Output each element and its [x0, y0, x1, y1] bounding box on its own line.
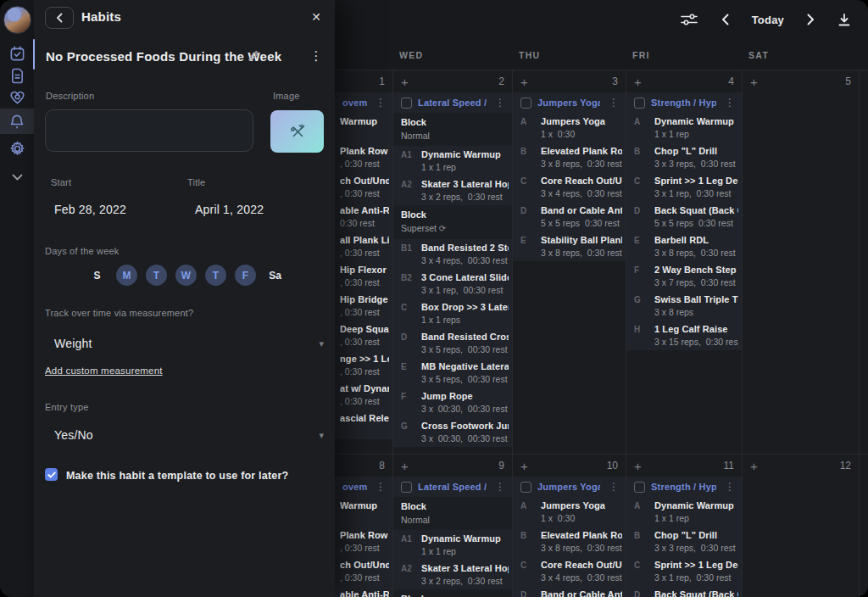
exercise-row[interactable]: DBand or Cable Anti Rotati...5 x 5 reps … — [513, 586, 626, 597]
exercise-row[interactable]: nge >> 1 Leg St..., 0:30 rest — [335, 350, 392, 380]
exercise-row[interactable]: A1Dynamic Warmup1 x 1 rep — [393, 530, 512, 560]
workout-menu-icon[interactable]: ⋮ — [373, 481, 388, 493]
end-date-value[interactable]: April 1, 2022 — [195, 203, 264, 216]
exercise-row[interactable]: A1Dynamic Warmup1 x 1 rep — [393, 146, 512, 176]
exercise-row[interactable]: ascial Release C... — [335, 410, 392, 439]
day-toggle-sa[interactable]: Sa — [264, 265, 286, 286]
exercise-row[interactable]: BElevated Plank Row3 x 8 reps, 0:30 rest — [513, 142, 626, 172]
calendar-check-icon[interactable] — [0, 42, 34, 64]
day-toggle-m[interactable]: M — [116, 265, 137, 286]
workout-checkbox[interactable] — [520, 482, 531, 493]
exercise-row[interactable]: BChop "L" Drill3 x 3 reps, 0:30 rest — [626, 527, 742, 556]
day-toggle-f[interactable]: F — [235, 265, 256, 286]
add-workout-button[interactable]: + — [750, 75, 758, 88]
exercise-row[interactable]: AJumpers Yoga1 x 0:30 — [513, 113, 626, 142]
exercise-row[interactable]: B23 Cone Lateral Slide3 x 1 rep, 00:30 r… — [393, 269, 512, 298]
workout-checkbox[interactable] — [401, 98, 412, 109]
habit-menu-icon[interactable]: ⋮ — [307, 47, 326, 64]
exercise-row[interactable]: CSprint >> 1 Leg Declarations3 x 1 rep, … — [626, 172, 742, 202]
exercise-row[interactable]: CBox Drop >> 3 Lateral H...1 x 1 reps — [393, 298, 512, 328]
exercise-row[interactable]: Warmup — [335, 113, 392, 142]
start-date-value[interactable]: Feb 28, 2022 — [54, 203, 126, 216]
exercise-row[interactable]: CCore Reach Out/Under3 x 4 reps, 0:30 re… — [513, 556, 626, 586]
template-checkbox[interactable] — [45, 468, 58, 481]
gear-icon[interactable] — [0, 137, 34, 159]
today-button[interactable]: Today — [752, 14, 784, 26]
add-workout-button[interactable]: + — [750, 460, 758, 472]
workout-checkbox[interactable] — [634, 98, 645, 109]
bell-icon[interactable] — [0, 109, 34, 134]
exercise-row[interactable]: EStability Ball Plank Linear ...3 x 8 re… — [513, 232, 626, 261]
heart-health-icon[interactable] — [0, 86, 34, 109]
add-workout-button[interactable]: + — [401, 75, 409, 88]
exercise-row[interactable]: A2Skater 3 Lateral Hops >> ...3 x 2 reps… — [393, 560, 512, 589]
exercise-row[interactable]: Plank Row, 0:30 rest — [335, 142, 392, 172]
day-toggle-t[interactable]: T — [146, 265, 167, 286]
download-icon[interactable] — [837, 13, 851, 27]
measurement-select[interactable]: Weight ▾ — [54, 337, 324, 350]
day-toggle-w[interactable]: W — [175, 265, 197, 286]
exercise-row[interactable]: A2Skater 3 Lateral Hops >> ...3 x 2 reps… — [393, 176, 512, 205]
exercise-row[interactable]: Hip Flexor Rais..., 0:30 rest — [335, 261, 392, 291]
workout-menu-icon[interactable]: ⋮ — [606, 481, 621, 493]
workout-title[interactable]: Lateral Speed / Plyo — [418, 98, 487, 108]
entry-type-select[interactable]: Yes/No ▾ — [54, 428, 324, 442]
prev-week-button[interactable] — [721, 14, 729, 25]
exercise-row[interactable]: Hip Bridge w/ ..., 0:30 rest — [335, 291, 392, 321]
add-workout-button[interactable]: + — [520, 460, 528, 472]
exercise-row[interactable]: Warmup — [335, 497, 392, 527]
workout-menu-icon[interactable]: ⋮ — [492, 481, 508, 493]
exercise-row[interactable]: GCross Footwork Jump Rope3 x 00:30, 00:3… — [393, 417, 512, 447]
exercise-row[interactable]: AJumpers Yoga1 x 0:30 — [513, 497, 626, 527]
exercise-row[interactable]: at w/ Dynamic P..., 0:30 rest — [335, 380, 392, 410]
workout-title[interactable]: Jumpers Yoga / Core — [537, 482, 600, 492]
next-week-button[interactable] — [807, 14, 815, 25]
exercise-row[interactable]: all Plank Linear ..., 0:30 rest — [335, 232, 392, 261]
workout-title[interactable]: Lateral Speed / Plyo — [418, 482, 487, 492]
exercise-row[interactable]: EMB Negative Lateral Hop...3 x 5 reps, 0… — [393, 358, 512, 388]
exercise-row[interactable]: ch Out/Under, 0:30 rest — [335, 556, 392, 586]
day-toggle-t[interactable]: T — [205, 265, 226, 286]
exercise-row[interactable]: DBack Squat (Back Off Set)5 x 5 reps 0:3… — [626, 586, 742, 597]
workout-title[interactable]: ovement Q... — [342, 98, 367, 108]
exercise-row[interactable]: BElevated Plank Row3 x 8 reps, 0:30 rest — [513, 527, 626, 556]
close-icon[interactable]: ✕ — [307, 8, 326, 26]
back-button[interactable] — [45, 7, 74, 29]
exercise-row[interactable]: able Anti-Rotati...0:30 rest — [335, 202, 392, 232]
workout-menu-icon[interactable]: ⋮ — [373, 97, 388, 109]
add-custom-measurement-link[interactable]: Add custom measurement — [45, 365, 163, 376]
workout-checkbox[interactable] — [520, 98, 531, 109]
exercise-row[interactable]: able Anti-Rotati...0:30 rest — [335, 586, 392, 597]
exercise-row[interactable]: GSwiss Ball Triple Threat3 x 8 reps — [626, 291, 742, 321]
add-workout-button[interactable]: + — [520, 75, 528, 88]
avatar[interactable] — [3, 6, 31, 34]
edit-pencil-icon[interactable] — [248, 49, 260, 65]
exercise-row[interactable]: Deep Squat Mo..., 0:30 rest — [335, 321, 392, 350]
description-input[interactable] — [45, 109, 253, 152]
exercise-row[interactable]: EBarbell RDL3 x 8 reps, 0:30 rest — [626, 232, 742, 261]
document-icon[interactable] — [0, 64, 34, 86]
exercise-row[interactable]: FJump Rope3 x 00:30, 00:30 rest — [393, 388, 512, 417]
chevron-down-icon[interactable] — [0, 166, 34, 188]
exercise-row[interactable]: ch Out/Under, 0:30 rest — [335, 172, 392, 202]
exercise-row[interactable]: BChop "L" Drill3 x 3 reps, 0:30 rest — [626, 142, 742, 172]
workout-menu-icon[interactable]: ⋮ — [492, 97, 508, 109]
workout-checkbox[interactable] — [634, 482, 645, 493]
workout-checkbox[interactable] — [401, 482, 412, 493]
exercise-row[interactable]: DBack Squat (Back Off Set)5 x 5 reps 0:3… — [626, 202, 742, 232]
exercise-row[interactable]: DBand Resisted Crossover...3 x 5 reps, 0… — [393, 328, 512, 358]
workout-menu-icon[interactable]: ⋮ — [606, 97, 621, 109]
add-workout-button[interactable]: + — [634, 460, 642, 472]
exercise-row[interactable]: CSprint >> 1 Leg Declarations3 x 1 rep, … — [626, 556, 742, 586]
workout-menu-icon[interactable]: ⋮ — [722, 481, 737, 493]
exercise-row[interactable]: B1Band Resisted 2 Step Late...3 x 4 reps… — [393, 239, 512, 269]
exercise-row[interactable]: F2 Way Bench Step Up3 x 7 reps, 0:30 res… — [626, 261, 742, 291]
workout-title[interactable]: ovement Q... — [342, 482, 367, 492]
workout-title[interactable]: Strength / Hypertro... — [651, 482, 716, 492]
exercise-row[interactable]: ADynamic Warmup1 x 1 rep — [626, 113, 742, 142]
add-workout-button[interactable]: + — [634, 75, 642, 88]
day-toggle-s[interactable]: S — [86, 265, 108, 286]
workout-title[interactable]: Jumpers Yoga / Core — [537, 98, 600, 108]
habit-image-thumbnail[interactable] — [270, 110, 324, 153]
exercise-row[interactable]: H1 Leg Calf Raise3 x 15 reps, 0:30 rest — [626, 321, 742, 350]
